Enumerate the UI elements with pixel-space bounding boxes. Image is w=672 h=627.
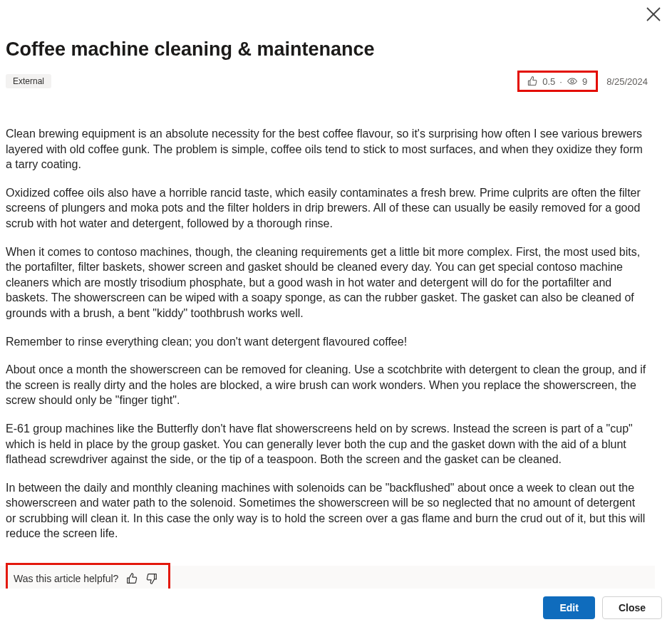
eye-icon xyxy=(567,76,578,87)
thumbs-down-button[interactable] xyxy=(145,572,158,585)
paragraph: Oxidized coffee oils also have a horribl… xyxy=(6,185,648,232)
views-count: 9 xyxy=(582,76,587,87)
meta-right: 0.5 · 9 8/25/2024 xyxy=(517,71,648,92)
feedback-highlight-box: Was this article helpful? xyxy=(6,563,170,589)
stats-highlight-box: 0.5 · 9 xyxy=(517,71,598,92)
paragraph: In between the daily and monthly cleanin… xyxy=(6,480,648,542)
svg-point-2 xyxy=(571,80,574,83)
feedback-bar: Was this article helpful? xyxy=(0,566,655,589)
meta-row: External 0.5 · 9 8/25/2024 xyxy=(6,71,648,92)
edit-button[interactable]: Edit xyxy=(543,596,594,619)
footer-bar: Edit Close xyxy=(0,589,672,627)
paragraph: When it comes to contoso machines, thoug… xyxy=(6,244,648,321)
thumbs-up-button[interactable] xyxy=(125,572,138,585)
feedback-prompt: Was this article helpful? xyxy=(14,573,118,584)
stats-separator: · xyxy=(559,76,562,87)
article-content: Clean brewing equipment is an absolute n… xyxy=(6,126,648,542)
paragraph: Remember to rinse everything clean; you … xyxy=(6,334,648,350)
external-tag: External xyxy=(6,74,51,88)
page-title: Coffee machine cleaning & maintenance xyxy=(6,38,648,61)
paragraph: E-61 group machines like the Butterfly d… xyxy=(6,421,648,467)
article-scroll-area[interactable]: Coffee machine cleaning & maintenance Ex… xyxy=(0,0,655,589)
close-button[interactable]: Close xyxy=(602,596,662,619)
article-date: 8/25/2024 xyxy=(606,76,648,87)
thumbs-up-icon xyxy=(527,76,538,87)
likes-count: 0.5 xyxy=(542,76,555,87)
paragraph: About once a month the showerscreen can … xyxy=(6,362,648,408)
paragraph: Clean brewing equipment is an absolute n… xyxy=(6,126,648,172)
